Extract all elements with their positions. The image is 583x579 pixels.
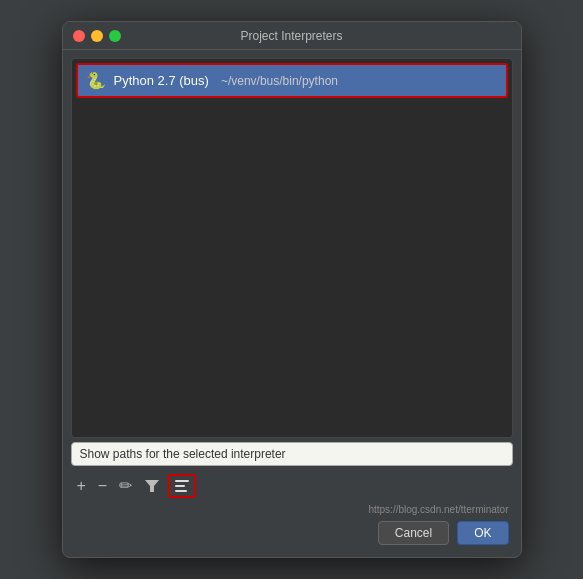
filter-icon xyxy=(144,478,160,494)
interpreter-path: ~/venv/bus/bin/python xyxy=(221,74,338,88)
edit-interpreter-button[interactable]: ✏ xyxy=(115,476,136,496)
toolbar: + − ✏ xyxy=(71,470,513,502)
svg-marker-0 xyxy=(145,480,159,492)
svg-rect-3 xyxy=(175,490,187,492)
cancel-button[interactable]: Cancel xyxy=(378,521,449,545)
maximize-button[interactable] xyxy=(109,30,121,42)
bottom-actions: Cancel OK xyxy=(71,515,513,549)
show-paths-button[interactable] xyxy=(168,474,196,498)
interpreter-list[interactable]: 🐍 Python 2.7 (bus) ~/venv/bus/bin/python xyxy=(71,58,513,438)
tooltip-text: Show paths for the selected interpreter xyxy=(80,447,286,461)
add-interpreter-button[interactable]: + xyxy=(73,476,90,496)
filter-button[interactable] xyxy=(140,476,164,496)
interpreter-item[interactable]: 🐍 Python 2.7 (bus) ~/venv/bus/bin/python xyxy=(76,63,508,98)
svg-rect-2 xyxy=(175,485,185,487)
minimize-button[interactable] xyxy=(91,30,103,42)
close-button[interactable] xyxy=(73,30,85,42)
title-bar: Project Interpreters xyxy=(63,22,521,50)
paths-icon xyxy=(174,478,190,494)
window-content: 🐍 Python 2.7 (bus) ~/venv/bus/bin/python… xyxy=(63,50,521,557)
interpreter-name: Python 2.7 (bus) xyxy=(114,73,209,88)
remove-interpreter-button[interactable]: − xyxy=(94,476,111,496)
window-title: Project Interpreters xyxy=(240,29,342,43)
watermark: https://blog.csdn.net/tterminator xyxy=(71,502,513,515)
traffic-lights xyxy=(73,30,121,42)
python-icon: 🐍 xyxy=(86,71,106,90)
tooltip-bar: Show paths for the selected interpreter xyxy=(71,442,513,466)
ok-button[interactable]: OK xyxy=(457,521,508,545)
svg-rect-1 xyxy=(175,480,189,482)
project-interpreters-dialog: Project Interpreters 🐍 Python 2.7 (bus) … xyxy=(62,21,522,558)
